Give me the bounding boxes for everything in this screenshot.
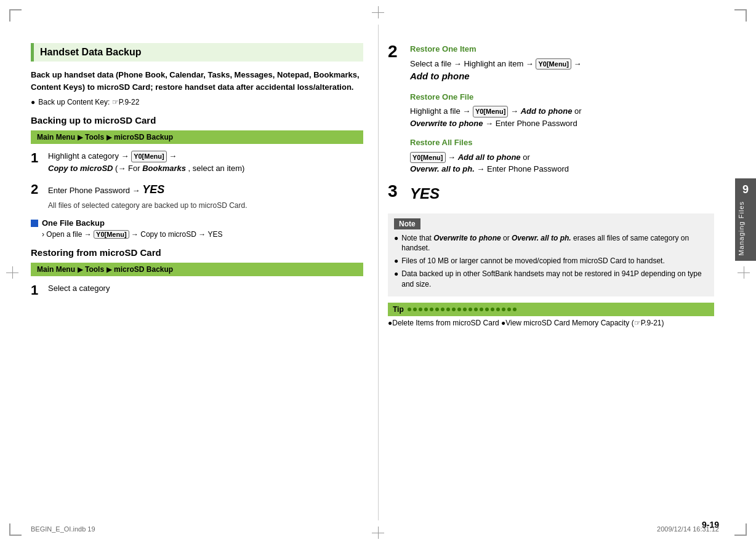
r2-italic2: Overwrite to phone [410, 119, 483, 128]
step-number-2: 2 [31, 181, 48, 197]
menu-arrow-2: ▶ [107, 133, 111, 141]
restore-all-files-text: Y0[Menu] → Add all to phone or Overwr. a… [410, 151, 714, 175]
note-header: Note [394, 218, 420, 229]
section-title: Handset Data Backup [40, 47, 142, 57]
note-bullet-1: ● [394, 233, 398, 244]
tip-dot-11 [463, 308, 467, 311]
restore-all-files-heading: Restore All Files [410, 137, 714, 149]
section-header: Handset Data Backup [31, 43, 363, 62]
menu-tools-label-2: Tools [85, 265, 104, 274]
note-text-1: Note that Overwrite to phone or Overwr. … [401, 233, 708, 254]
step-2-restore-content: Restore One Item Select a file → Highlig… [410, 43, 714, 175]
one-file-section: One File Backup › Open a file → Y0[Menu]… [31, 218, 363, 239]
corner-mark-bl [9, 523, 22, 536]
corner-mark-tr [734, 9, 747, 22]
one-file-arrow: › [42, 230, 44, 239]
menu-path-bar-1: Main Menu ▶ Tools ▶ microSD Backup [31, 130, 363, 144]
step3-yes: YES [410, 185, 440, 202]
one-file-text2: → Copy to microSD → YES [131, 230, 223, 239]
note-item-1: ● Note that Overwrite to phone or Overwr… [394, 233, 708, 254]
step1-arrow: → [167, 151, 177, 161]
footer-left: BEGIN_E_OI.indb 19 [31, 525, 95, 533]
r2-italic1: Add to phone [521, 106, 573, 116]
restore-one-item-heading: Restore One Item [410, 43, 714, 55]
chapter-label: Managing Files [738, 201, 745, 256]
menu-btn-r1: Y0[Menu] [536, 58, 571, 70]
r1-italic: Add to phone [410, 71, 470, 81]
menu-arrow-1: ▶ [78, 133, 82, 141]
r2-or: or [572, 106, 581, 116]
one-file-text1: Open a file → [46, 230, 94, 239]
left-column: Handset Data Backup Back up handset data… [31, 43, 363, 306]
note-bullet-3: ● [394, 269, 398, 279]
r1-arrow: → [571, 59, 582, 68]
tip-dot-14 [480, 308, 483, 311]
r3-arrow: → [446, 153, 458, 162]
intro-paragraph: Back up handset data (Phone Book, Calend… [31, 69, 363, 93]
step-1-content: Highlight a category → Y0[Menu] → Copy t… [48, 150, 363, 174]
menu-tools-label-1: Tools [85, 133, 104, 141]
step-2-restore-num: 2 [388, 43, 410, 60]
step1-paren-end: , select an item) [188, 164, 245, 173]
menu-btn-r3: Y0[Menu] [410, 152, 446, 164]
step2-sub: All files of selected category are backe… [48, 200, 363, 211]
step-1-restore: 1 Select a category [31, 282, 363, 298]
r3-italic2: Overwr. all to ph. [410, 164, 475, 173]
restoring-heading: Restoring from microSD Card [31, 247, 363, 258]
step1-paren: (→ For [115, 164, 142, 173]
corner-mark-br [734, 523, 747, 536]
corner-mark-tl [9, 9, 22, 22]
tip-dot-9 [452, 308, 456, 311]
tip-dot-2 [413, 308, 417, 311]
tip-dot-16 [491, 308, 494, 311]
tip-dot-10 [457, 308, 461, 311]
tip-dot-1 [408, 308, 411, 311]
tip-dot-5 [430, 308, 433, 311]
one-file-header: One File Backup [31, 218, 363, 228]
menu-main-label-2: Main Menu [37, 265, 75, 274]
tip-dot-8 [446, 308, 450, 311]
step-2-content: Enter Phone Password → YES All files of … [48, 181, 363, 211]
step-1-restore-content: Select a category [48, 282, 363, 295]
menu-btn-onefile: Y0[Menu] [94, 230, 129, 239]
step-1-restore-num: 1 [31, 282, 48, 298]
r3-italic1: Add all to phone [458, 153, 521, 162]
crosshair-right [738, 266, 750, 279]
step1-bookmarks: Bookmarks [142, 164, 186, 173]
tip-dot-12 [468, 308, 472, 311]
note-text-2: Files of 10 MB or larger cannot be moved… [401, 256, 665, 266]
crosshair-left [6, 266, 18, 279]
step1-italic: Copy to microSD [48, 164, 113, 173]
tip-dot-3 [419, 308, 422, 311]
tip-dot-7 [441, 308, 444, 311]
menu-btn-1: Y0[Menu] [131, 151, 167, 162]
step-1-backup: 1 Highlight a category → Y0[Menu] → Copy… [31, 150, 363, 174]
note-bullet-2: ● [394, 256, 398, 266]
crosshair-top [372, 6, 384, 18]
r3-end: → Enter Phone Password [475, 164, 569, 173]
menu-btn-r2: Y0[Menu] [473, 106, 509, 117]
crosshair-bottom [372, 527, 384, 539]
tip-dot-17 [496, 308, 500, 311]
step-number-1: 1 [31, 150, 48, 166]
restore-one-file-text: Highlight a file → Y0[Menu] → Add to pho… [410, 105, 714, 129]
tip-dot-18 [502, 308, 505, 311]
tip-content: ●Delete Items from microSD Card ●View mi… [388, 319, 714, 327]
r1-text1: Select a file → Highlight an item → [410, 59, 536, 68]
restore-one-file-heading: Restore One File [410, 91, 714, 103]
bullet-text-1: Back up Content Key: ☞P.9-22 [38, 98, 139, 106]
tip-section: Tip [388, 303, 714, 327]
menu-arrow-4: ▶ [107, 266, 111, 274]
r2-arrow: → [508, 106, 520, 116]
note-item-2: ● Files of 10 MB or larger cannot be mov… [394, 256, 708, 266]
menu-path-bar-2: Main Menu ▶ Tools ▶ microSD Backup [31, 263, 363, 276]
note-box: Note ● Note that Overwrite to phone or O… [388, 213, 714, 297]
bullet-dot: ● [31, 98, 35, 106]
vertical-divider [378, 25, 379, 520]
r2-end: → Enter Phone Password [483, 119, 577, 128]
r2-text1: Highlight a file → [410, 106, 473, 116]
chapter-tab: 9 Managing Files [735, 178, 756, 261]
tip-dot-6 [435, 308, 439, 311]
tip-label: Tip [393, 305, 404, 314]
chapter-number: 9 [738, 183, 754, 196]
